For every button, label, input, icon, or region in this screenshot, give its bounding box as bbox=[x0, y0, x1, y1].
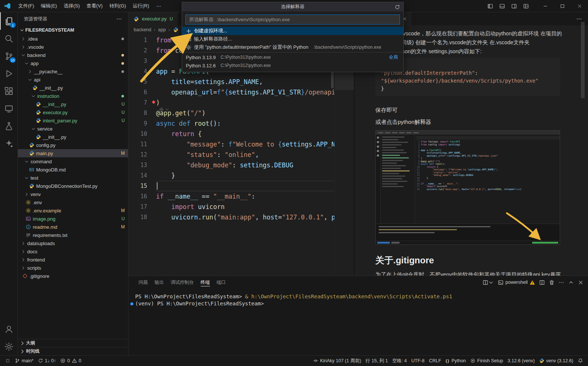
win-min-button[interactable] bbox=[537, 0, 554, 12]
layout-panel-icon[interactable] bbox=[496, 1, 508, 11]
code-line[interactable]: return { bbox=[156, 129, 334, 139]
activity-account[interactable] bbox=[0, 320, 18, 338]
cursor-position[interactable]: 行 15, 列 1 bbox=[363, 357, 390, 365]
layout-sidebar-right-icon[interactable] bbox=[508, 1, 519, 11]
tree-item[interactable]: .idea bbox=[18, 35, 128, 43]
tree-item[interactable]: image.pngU bbox=[18, 215, 128, 223]
code-line[interactable]: "status": "online", bbox=[156, 150, 334, 160]
sidebar-section-0[interactable]: 大纲 bbox=[18, 339, 128, 347]
inline-settings-widget[interactable] bbox=[159, 107, 169, 112]
refresh-icon[interactable] bbox=[395, 4, 400, 10]
tree-item[interactable]: command bbox=[18, 157, 128, 166]
git-sync[interactable]: 1↓ 0↑ bbox=[36, 357, 58, 365]
indentation[interactable]: 空格: 4 bbox=[390, 357, 409, 365]
quickpick-item[interactable]: Python 3.13.9C:\Python313\python.exe全局 bbox=[182, 53, 403, 61]
tree-item[interactable]: instruction bbox=[18, 92, 128, 100]
tree-item[interactable]: __init__.py bbox=[18, 133, 128, 141]
tree-item[interactable]: intent_parser.pyU bbox=[18, 116, 128, 125]
activity-search[interactable] bbox=[0, 30, 18, 47]
quickpick-item[interactable]: 使用 "python.defaultInterpreterPath" 设置中的 … bbox=[182, 43, 403, 51]
tree-item[interactable]: readme.mdM bbox=[18, 223, 128, 231]
tree-item[interactable]: __pycache__ bbox=[18, 67, 128, 76]
tree-item[interactable]: config.py bbox=[18, 141, 128, 149]
panel-tab-3[interactable]: 终端 bbox=[197, 276, 213, 289]
win-max-button[interactable] bbox=[554, 0, 571, 12]
activity-test[interactable] bbox=[0, 117, 18, 135]
eol[interactable]: CRLF bbox=[427, 357, 444, 365]
code-line[interactable]: title=settings.APP_NAME, bbox=[156, 77, 334, 87]
menu-item-3[interactable]: 查看(V) bbox=[83, 0, 106, 12]
code-line[interactable]: uvicorn.run("main:app", host="127.0.0.1"… bbox=[156, 212, 334, 222]
tree-item[interactable]: .gitignore bbox=[18, 272, 128, 280]
code-line[interactable]: @app.get("/") bbox=[156, 108, 334, 118]
panel-tab-1[interactable]: 输出 bbox=[151, 276, 167, 289]
tree-item[interactable]: scripts bbox=[18, 264, 128, 272]
notifications[interactable] bbox=[576, 357, 585, 365]
panel-tab-0[interactable]: 问题 bbox=[135, 276, 151, 289]
editor-actions-more-icon[interactable] bbox=[576, 16, 588, 22]
remote-indicator[interactable] bbox=[3, 357, 13, 365]
tree-item[interactable]: frontend bbox=[18, 256, 128, 264]
project-section-header[interactable]: FILESREADSYSTEAM bbox=[18, 26, 128, 35]
code-line[interactable]: "message": f"Welcome to {settings.APP_NA… bbox=[156, 139, 334, 150]
code-line[interactable]: } bbox=[156, 170, 334, 181]
interpreter[interactable]: venv (3.12.6) bbox=[537, 357, 575, 365]
quickpick-item-action[interactable]: 全局 bbox=[389, 54, 400, 61]
activity-debug[interactable] bbox=[0, 65, 18, 82]
activity-extensions[interactable] bbox=[0, 82, 18, 100]
git-branch[interactable]: main* bbox=[13, 357, 36, 365]
panel-tab-4[interactable]: 端口 bbox=[213, 276, 229, 289]
menu-item-1[interactable]: 编辑(E) bbox=[38, 0, 60, 12]
sidebar-section-1[interactable]: 时间线 bbox=[18, 347, 128, 355]
menubar-more[interactable]: ⋯ bbox=[152, 3, 165, 9]
split-terminal-icon[interactable] bbox=[539, 280, 545, 285]
tree-item[interactable]: executor.pyU bbox=[18, 108, 128, 116]
code-line[interactable] bbox=[156, 181, 334, 191]
python-version[interactable]: 3.12.6 (venv) bbox=[505, 357, 537, 365]
layout-sidebar-left-icon[interactable] bbox=[484, 1, 496, 11]
blame-info[interactable]: KiriAky 107 (1 周前) bbox=[311, 357, 363, 365]
menu-item-4[interactable]: 转到(G) bbox=[106, 0, 130, 12]
breadcrumb-item[interactable]: app bbox=[158, 27, 166, 32]
tree-item[interactable]: backend bbox=[18, 51, 128, 59]
close-panel-icon[interactable] bbox=[578, 280, 584, 285]
tree-item[interactable]: .env.exampleM bbox=[18, 206, 128, 215]
code-line[interactable]: async def root(): bbox=[156, 118, 334, 129]
layout-custom-icon[interactable] bbox=[520, 1, 531, 11]
encoding[interactable]: UTF-8 bbox=[409, 357, 427, 365]
panel-tab-2[interactable]: 调试控制台 bbox=[167, 276, 197, 289]
preview-scrollbar[interactable] bbox=[581, 22, 585, 98]
menu-item-2[interactable]: 选择(S) bbox=[60, 0, 83, 12]
activity-remote[interactable] bbox=[0, 100, 18, 117]
tree-item[interactable]: test bbox=[18, 174, 128, 182]
quickpick-item[interactable]: 输入解释器路径... bbox=[182, 35, 403, 43]
menu-item-0[interactable]: 文件(F) bbox=[15, 0, 38, 12]
activity-settings[interactable] bbox=[0, 338, 18, 355]
menu-item-5[interactable]: 运行(R) bbox=[129, 0, 152, 12]
tree-item[interactable]: main.pyM bbox=[18, 149, 128, 157]
tree-item[interactable]: .vscode bbox=[18, 43, 128, 51]
tree-item[interactable]: .env bbox=[18, 198, 128, 206]
tree-item[interactable]: MongoDBConnectionTest.py bbox=[18, 182, 128, 190]
tree-item[interactable]: service bbox=[18, 125, 128, 133]
tree-item[interactable]: data\uploads bbox=[18, 239, 128, 247]
activity-scm[interactable]: 10 bbox=[0, 47, 18, 65]
language-mode[interactable]: {}Python bbox=[444, 357, 468, 365]
win-close-button[interactable] bbox=[571, 0, 588, 12]
maximize-panel-icon[interactable] bbox=[568, 280, 574, 285]
tree-item[interactable]: venv bbox=[18, 190, 128, 198]
code-line[interactable]: ) bbox=[156, 97, 334, 108]
quickpick-item[interactable]: Python 3.12.6C:\Python312\python.exe bbox=[182, 61, 403, 70]
quickpick-item[interactable]: 创建虚拟环境... bbox=[182, 27, 403, 35]
tree-item[interactable]: docs bbox=[18, 247, 128, 256]
code-line[interactable]: if __name__ == "__main__": bbox=[156, 191, 334, 202]
tree-item[interactable]: MongoDB.md bbox=[18, 166, 128, 174]
launch-profile-icon[interactable] bbox=[483, 280, 494, 285]
breadcrumb-item[interactable]: backend bbox=[134, 27, 151, 32]
code-line[interactable]: "debug_mode": settings.DEBUG bbox=[156, 160, 334, 170]
terminal-instance[interactable]: powershell bbox=[498, 280, 535, 285]
tree-item[interactable]: app bbox=[18, 59, 128, 67]
code-line[interactable]: import uvicorn bbox=[156, 202, 334, 212]
more-actions-icon[interactable] bbox=[559, 280, 564, 285]
tree-item[interactable]: __init__.pyU bbox=[18, 100, 128, 108]
